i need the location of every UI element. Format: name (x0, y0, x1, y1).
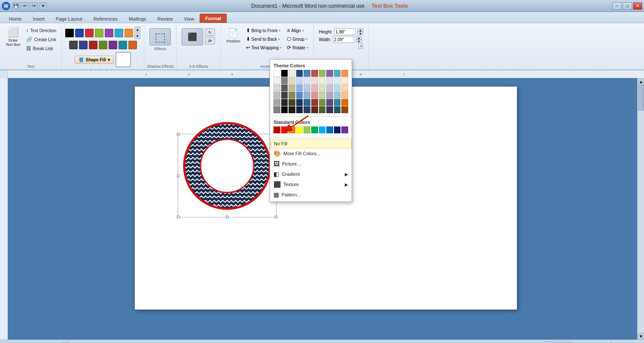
tc-r2-7[interactable] (319, 77, 326, 84)
sc-5[interactable] (304, 126, 310, 133)
tc-r5-3[interactable] (289, 99, 295, 106)
tc-r6-4[interactable] (296, 106, 303, 113)
sc-9[interactable] (334, 126, 341, 133)
threed-btn-1[interactable]: ⬛ (182, 28, 203, 45)
tc-r5-9[interactable] (334, 99, 341, 106)
tc-r3-2[interactable] (281, 84, 288, 91)
tab-home[interactable]: Home (3, 14, 27, 23)
texture-item[interactable]: ⬛ Texture ▶ (270, 179, 352, 190)
handle-tl[interactable] (177, 133, 179, 135)
width-spin-up[interactable]: ▲ (356, 36, 362, 39)
view-print-button[interactable]: 📄 (544, 342, 553, 343)
handle-ml[interactable] (177, 175, 179, 177)
close-button[interactable]: ✕ (633, 2, 642, 10)
sc-10[interactable] (341, 126, 348, 133)
minimize-button[interactable]: − (612, 2, 622, 10)
sc-2[interactable] (281, 126, 288, 133)
tc-r2-5[interactable] (304, 77, 310, 84)
scroll-down-btn[interactable]: ▼ (638, 333, 644, 339)
style-swatch-8[interactable] (69, 41, 78, 49)
tc-r4-4[interactable] (296, 92, 303, 99)
tc-orange[interactable] (341, 70, 348, 77)
vertical-scrollbar[interactable]: ▲ ▼ (637, 78, 644, 340)
draw-text-box-button[interactable]: ⬜ DrawText Box (3, 27, 23, 48)
style-swatch-3[interactable] (85, 29, 94, 37)
save-button[interactable]: 💾 (12, 2, 20, 10)
tc-r6-6[interactable] (311, 106, 318, 113)
tab-page-layout[interactable]: Page Layout (50, 14, 88, 23)
gradient-item[interactable]: ◧ Gradient ▶ (270, 169, 352, 179)
customize-qs-button[interactable]: ▾ (39, 2, 47, 10)
threed-tilt-btn[interactable]: ↖ (205, 28, 215, 36)
tc-r6-3[interactable] (289, 106, 295, 113)
sc-4[interactable] (296, 126, 303, 133)
handle-bl[interactable] (177, 216, 179, 218)
tc-r4-2[interactable] (281, 92, 288, 99)
style-swatch-1[interactable] (65, 29, 74, 37)
tc-red[interactable] (311, 70, 318, 77)
style-swatch-4[interactable] (95, 29, 103, 37)
size-expand-button[interactable]: ↗ (358, 44, 363, 49)
scroll-thumb[interactable] (638, 85, 644, 111)
style-swatch-7[interactable] (125, 29, 133, 37)
tc-r3-3[interactable] (289, 84, 295, 91)
tc-teal[interactable] (334, 70, 341, 77)
style-swatch-9[interactable] (79, 41, 88, 49)
sc-6[interactable] (311, 126, 318, 133)
tc-r6-1[interactable] (273, 106, 280, 113)
height-spin-down[interactable]: ▼ (357, 32, 363, 35)
tc-r6-7[interactable] (319, 106, 326, 113)
bring-to-front-button[interactable]: ⬆ Bring to Front ▾ (244, 27, 284, 34)
tc-r3-1[interactable] (273, 84, 280, 91)
swatch-scroll-up[interactable]: ▲ (134, 27, 140, 33)
shadow-effects-button[interactable]: ⬚ (149, 28, 171, 45)
picture-item[interactable]: 🖼 Picture... (270, 159, 352, 169)
tc-navy[interactable] (296, 70, 303, 77)
tc-r2-3[interactable] (289, 77, 295, 84)
maximize-button[interactable]: □ (623, 2, 632, 10)
tc-r5-10[interactable] (341, 99, 348, 106)
tc-r3-8[interactable] (326, 84, 333, 91)
tc-r4-1[interactable] (273, 92, 280, 99)
tc-r2-1[interactable] (273, 77, 280, 84)
shape-fill-button[interactable]: 🪣 Shape Fill ▾ (75, 56, 113, 64)
pattern-item[interactable]: ▦ Pattern... (270, 190, 352, 200)
tab-view[interactable]: View (178, 14, 200, 23)
redo-button[interactable]: ↪ (30, 2, 38, 10)
style-swatch-10[interactable] (89, 41, 97, 49)
tc-r6-8[interactable] (326, 106, 333, 113)
handle-bc[interactable] (226, 216, 228, 218)
swatch-scroll-down[interactable]: ▼ (134, 33, 140, 39)
tc-r4-10[interactable] (341, 92, 348, 99)
tc-white[interactable] (273, 70, 280, 77)
sc-1[interactable] (273, 126, 280, 133)
white-fill-btn[interactable] (115, 52, 131, 67)
style-swatch-14[interactable] (128, 41, 137, 49)
create-link-button[interactable]: 🔗 Create Link (24, 36, 58, 43)
tc-r5-2[interactable] (281, 99, 288, 106)
tc-r2-4[interactable] (296, 77, 303, 84)
tc-green[interactable] (319, 70, 326, 77)
tc-r3-6[interactable] (311, 84, 318, 91)
handle-br[interactable] (275, 216, 277, 218)
style-swatch-2[interactable] (75, 29, 84, 37)
tc-r3-10[interactable] (341, 84, 348, 91)
tc-cream[interactable] (289, 70, 295, 77)
tc-r6-9[interactable] (334, 106, 341, 113)
threed-rotate-btn[interactable]: ⟳ (205, 37, 215, 45)
tc-r5-5[interactable] (304, 99, 310, 106)
break-link-button[interactable]: ⛓ Break Link (24, 45, 58, 52)
tc-r4-8[interactable] (326, 92, 333, 99)
tc-r2-2[interactable] (281, 77, 288, 84)
width-spin-down[interactable]: ▼ (356, 39, 362, 43)
tc-r2-8[interactable] (326, 77, 333, 84)
tc-purple[interactable] (326, 70, 333, 77)
more-fill-colors-item[interactable]: 🎨 More Fill Colors... (270, 148, 352, 159)
tc-r5-8[interactable] (326, 99, 333, 106)
tc-r5-1[interactable] (273, 99, 280, 106)
rotate-button[interactable]: ⟳ Rotate ▾ (285, 44, 310, 51)
position-button[interactable]: 📄 Position (224, 27, 242, 45)
view-fullscreen-button[interactable]: ⬜ (554, 342, 562, 343)
tab-references[interactable]: References (88, 14, 123, 23)
style-swatch-6[interactable] (115, 29, 123, 37)
